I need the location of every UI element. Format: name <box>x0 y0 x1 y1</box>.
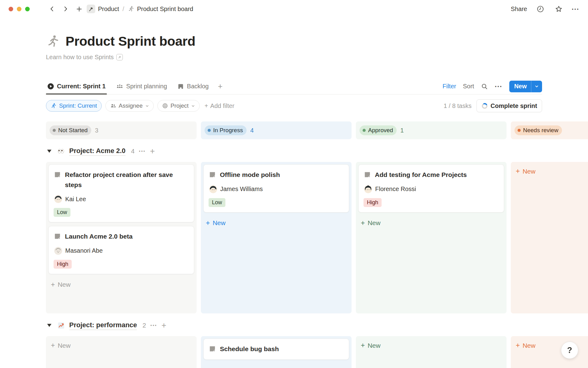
search-icon[interactable] <box>481 83 488 90</box>
status-dot <box>208 129 211 132</box>
group-add-icon[interactable]: + <box>161 321 166 330</box>
assignee-name: James Williams <box>220 186 263 193</box>
tab-current-sprint[interactable]: Current: Sprint 1 <box>46 79 107 94</box>
tab-label: Backlog <box>187 83 209 90</box>
task-progress-counter: 1 / 8 tasks <box>444 102 472 109</box>
priority-tag: Low <box>209 198 225 207</box>
breadcrumb-separator: / <box>123 6 124 13</box>
new-task-button[interactable]: New <box>509 81 542 92</box>
collapse-triangle-icon[interactable] <box>46 324 53 327</box>
board-cell-approved: + New <box>356 336 507 368</box>
status-dot <box>53 129 56 132</box>
page-runner-icon[interactable] <box>46 34 60 48</box>
new-card-button-not-started[interactable]: + New <box>48 339 194 352</box>
task-card[interactable]: Schedule bug bash <box>203 339 349 360</box>
new-card-button-not-started[interactable]: + New <box>48 278 194 292</box>
share-button[interactable]: Share <box>511 6 527 13</box>
group-title[interactable]: Project: performance <box>69 321 137 330</box>
task-card[interactable]: Refactor project creation after save ste… <box>48 164 194 222</box>
priority-tag: Low <box>54 208 70 217</box>
new-card-button-needs-review[interactable]: + New <box>513 164 588 178</box>
assignee-filter-pill[interactable]: Assignee <box>105 100 154 112</box>
status-pill-needs-review: Needs review <box>514 125 562 135</box>
page-icon <box>364 171 371 178</box>
new-card-label: New <box>522 168 535 175</box>
new-page-icon[interactable] <box>74 4 84 14</box>
card-title: Add testing for Acme Projects <box>375 170 467 180</box>
task-card[interactable]: Add testing for Acme Projects Florence R… <box>358 164 504 213</box>
group-header-acme: Project: Acme 2.0 4 ••• + <box>46 144 588 158</box>
group-header-performance: Project: performance 2 ••• + <box>46 318 588 332</box>
add-filter-button[interactable]: + Add filter <box>205 102 235 109</box>
complete-sprint-button[interactable]: Complete sprint <box>477 99 542 112</box>
column-header-needs-review[interactable]: Needs review <box>511 121 588 139</box>
card-title: Launch Acme 2.0 beta <box>65 232 133 242</box>
new-card-label: New <box>522 342 535 349</box>
task-card[interactable]: Launch Acme 2.0 beta Masanori Abe High <box>48 226 194 274</box>
assignee-name: Kai Lee <box>65 196 86 203</box>
status-dot <box>363 129 366 132</box>
minimize-window-button[interactable] <box>17 7 21 11</box>
project-filter-pill[interactable]: Project <box>157 100 200 112</box>
close-window-button[interactable] <box>9 7 13 11</box>
priority-tag: High <box>54 260 72 269</box>
filter-toggle[interactable]: Filter <box>443 83 456 90</box>
tab-label: Sprint planning <box>126 83 167 90</box>
eyes-emoji-icon <box>57 147 65 155</box>
add-view-icon[interactable]: + <box>218 82 223 91</box>
collapse-triangle-icon[interactable] <box>46 150 53 153</box>
group-options-icon[interactable]: ••• <box>150 323 157 328</box>
column-count: 4 <box>250 127 254 134</box>
column-header-not-started[interactable]: Not Started 3 <box>46 121 197 139</box>
column-header-approved[interactable]: Approved 1 <box>356 121 507 139</box>
breadcrumb-page[interactable]: Product Sprint board <box>137 6 193 13</box>
sort-toggle[interactable]: Sort <box>463 83 474 90</box>
status-pill-not-started: Not Started <box>50 125 91 135</box>
page-icon <box>54 171 61 178</box>
tab-backlog[interactable]: Backlog <box>176 79 210 94</box>
new-task-label: New <box>509 83 531 90</box>
zoom-window-button[interactable] <box>25 7 30 11</box>
board-cell-needs-review: + New <box>511 162 588 313</box>
people-icon <box>110 103 116 109</box>
column-header-in-progress[interactable]: In Progress 4 <box>201 121 352 139</box>
help-button[interactable]: ? <box>561 342 578 359</box>
more-options-icon[interactable]: ••• <box>572 6 579 12</box>
page-header: Product Sprint board Learn how to use Sp… <box>46 34 542 61</box>
group-options-icon[interactable]: ••• <box>139 149 146 154</box>
play-circle-icon <box>47 83 54 90</box>
chevron-down-icon <box>145 104 149 108</box>
board-cell-in-progress: Schedule bug bash <box>201 336 352 368</box>
plus-icon: + <box>516 167 520 175</box>
favorite-star-icon[interactable] <box>553 4 564 14</box>
forward-icon[interactable] <box>60 4 71 14</box>
breadcrumb-teamspace[interactable]: Product <box>98 6 119 13</box>
page-icon <box>54 232 61 240</box>
group-add-icon[interactable]: + <box>150 147 155 156</box>
column-count: 3 <box>95 127 98 134</box>
task-card[interactable]: Offline mode polish James Williams Low <box>203 164 349 213</box>
view-options-icon[interactable]: ••• <box>495 84 503 89</box>
card-title: Schedule bug bash <box>220 344 279 354</box>
teamspace-hammer-icon <box>87 5 95 13</box>
new-card-button-approved[interactable]: + New <box>358 339 504 352</box>
new-card-label: New <box>58 342 70 349</box>
status-pill-in-progress: In Progress <box>205 125 247 135</box>
new-card-button-in-progress[interactable]: + New <box>203 216 349 230</box>
new-card-button-approved[interactable]: + New <box>358 216 504 230</box>
filter-bar: Sprint: Current Assignee Project + Add f… <box>46 99 542 112</box>
updates-clock-icon[interactable] <box>535 4 545 14</box>
new-card-label: New <box>368 219 380 227</box>
sidebar-menu-icon[interactable] <box>36 4 47 14</box>
assignee-filter-label: Assignee <box>119 102 143 109</box>
plus-icon: + <box>361 341 365 350</box>
group-title[interactable]: Project: Acme 2.0 <box>69 147 126 156</box>
back-icon[interactable] <box>47 4 57 14</box>
chart-up-emoji-icon <box>57 321 65 329</box>
chevron-down-icon[interactable] <box>531 84 542 89</box>
avatar-james-williams <box>209 185 217 193</box>
sprint-filter-pill[interactable]: Sprint: Current <box>46 100 102 112</box>
help-link[interactable]: Learn how to use Sprints <box>46 54 542 61</box>
board-cell-not-started: Refactor project creation after save ste… <box>46 162 197 313</box>
tab-sprint-planning[interactable]: Sprint planning <box>115 79 168 94</box>
